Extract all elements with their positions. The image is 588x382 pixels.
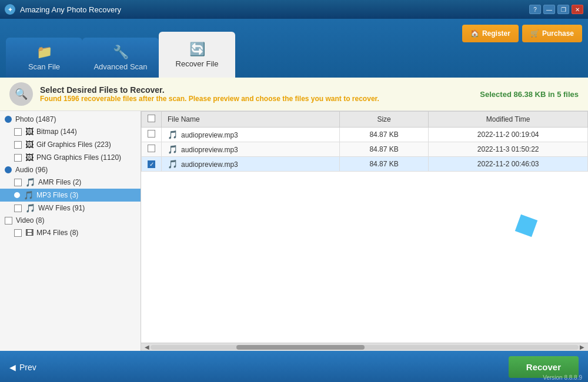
tree-label-mp4: MP4 Files (8) [36, 229, 78, 237]
mp3-icon: 🎵 [24, 190, 34, 200]
register-icon: 🏠 [470, 29, 479, 38]
table-row[interactable]: 🎵audiopreview.mp3 84.87 KB 2022-11-3 01:… [142, 142, 588, 157]
table-row[interactable]: 🎵audiopreview.mp3 84.87 KB 2022-11-2 00:… [142, 128, 588, 142]
tree-label-amr: AMR Files (2) [38, 178, 81, 186]
tree-item-gif[interactable]: 🖼 Gif Graphics Files (223) [0, 138, 141, 151]
horizontal-scrollbar[interactable]: ◀ ▶ [141, 343, 588, 351]
row2-checkbox[interactable] [148, 145, 155, 152]
scroll-right-arrow[interactable]: ▶ [579, 344, 586, 350]
tree-item-photo[interactable]: Photo (1487) [0, 113, 141, 125]
scroll-track[interactable] [151, 345, 579, 350]
tree-label-video: Video (8) [16, 216, 44, 224]
notif-subtitle: Found 1596 recoverable files after the s… [40, 95, 379, 103]
help-button[interactable]: ? [529, 5, 541, 14]
tree-dot-photo [5, 116, 12, 123]
row3-checkbox[interactable]: ✓ [148, 160, 155, 168]
tree-label-audio: Audio (96) [15, 166, 48, 174]
col-checkbox-header [142, 112, 162, 128]
row1-icon: 🎵 [168, 130, 178, 139]
window-controls: ? — ❐ ✕ [529, 5, 583, 14]
tree-label-wav: WAV Files (91) [38, 204, 85, 212]
table-row[interactable]: ✓ 🎵audiopreview.mp3 84.87 KB 2022-11-2 0… [142, 157, 588, 172]
wav-icon: 🎵 [25, 203, 35, 213]
footer: ◀ Prev Recover Version 8.8.8.9 [0, 351, 588, 382]
tree-label-gif: Gif Graphics Files (223) [36, 140, 111, 149]
restore-button[interactable]: ❐ [557, 5, 569, 14]
tree-checkbox-gif[interactable] [14, 141, 22, 149]
version-text: Version 8.8.8.9 [543, 374, 582, 381]
png-icon: 🖼 [25, 153, 34, 162]
tab-recover-file[interactable]: 🔄 Recover File [159, 32, 235, 78]
row1-checkbox[interactable] [148, 130, 155, 138]
tab-bar: 📁 Scan File 🔧 Advanced Scan 🔄 Recover Fi… [6, 32, 235, 78]
tree-dot-mp3 [14, 192, 20, 198]
tree-label-png: PNG Graphics Files (1120) [36, 153, 121, 162]
scan-file-icon: 📁 [36, 45, 52, 60]
recover-file-icon: 🔄 [189, 42, 205, 57]
prev-button[interactable]: ◀ Prev [9, 363, 36, 372]
tree-label-photo: Photo (1487) [15, 115, 56, 123]
amr-icon: 🎵 [25, 177, 35, 187]
header: 🏠 Register 🛒 Purchase 📁 Scan File 🔧 Adva… [0, 19, 588, 78]
tree-item-mp4[interactable]: 🎞 MP4 Files (8) [0, 226, 141, 239]
gif-icon: 🖼 [25, 140, 34, 149]
header-actions: 🏠 Register 🛒 Purchase [462, 25, 582, 42]
prev-arrow-icon: ◀ [9, 363, 16, 372]
main-content: Photo (1487) 🖼 Bitmap (144) 🖼 Gif Graphi… [0, 111, 588, 351]
tree-item-audio[interactable]: Audio (96) [0, 164, 141, 176]
advanced-scan-icon: 🔧 [113, 45, 129, 60]
mp4-icon: 🎞 [25, 228, 34, 237]
tree-label-mp3: MP3 Files (3) [36, 191, 78, 199]
tree-item-png[interactable]: 🖼 PNG Graphics Files (1120) [0, 151, 141, 164]
col-size-header: Size [339, 112, 428, 128]
row3-icon: 🎵 [168, 159, 178, 169]
selected-info: Selected 86.38 KB in 5 files [480, 90, 579, 99]
left-panel: Photo (1487) 🖼 Bitmap (144) 🖼 Gif Graphi… [0, 111, 141, 351]
scroll-thumb[interactable] [236, 345, 365, 350]
row2-icon: 🎵 [168, 145, 178, 154]
tab-advanced-scan[interactable]: 🔧 Advanced Scan [82, 38, 159, 78]
app-icon: ✦ [5, 4, 15, 15]
notif-icon: 🔍 [9, 82, 33, 106]
tree-checkbox-png[interactable] [14, 154, 22, 162]
cart-icon: 🛒 [530, 29, 539, 38]
app-title: Amazing Any Photo Recovery [20, 5, 529, 14]
bitmap-icon: 🖼 [25, 127, 34, 136]
close-button[interactable]: ✕ [572, 5, 583, 14]
col-modified-header: Modified Time [429, 112, 588, 128]
tree-item-mp3[interactable]: 🎵 MP3 Files (3) [0, 189, 141, 202]
tree-item-wav[interactable]: 🎵 WAV Files (91) [0, 202, 141, 215]
tree-checkbox-mp4[interactable] [14, 229, 22, 237]
notification-bar: 🔍 Select Desired Files to Recover. Found… [0, 78, 588, 111]
tree-checkbox-video[interactable] [5, 217, 12, 224]
title-bar: ✦ Amazing Any Photo Recovery ? — ❐ ✕ [0, 0, 588, 19]
tree-item-video[interactable]: Video (8) [0, 215, 141, 226]
register-button[interactable]: 🏠 Register [462, 25, 519, 42]
tree-checkbox-wav[interactable] [14, 205, 22, 212]
tree-item-amr[interactable]: 🎵 AMR Files (2) [0, 176, 141, 189]
tree-dot-audio [5, 166, 12, 173]
minimize-button[interactable]: — [543, 5, 555, 14]
tree-checkbox-bitmap[interactable] [14, 128, 22, 136]
tree-checkbox-amr[interactable] [14, 179, 22, 186]
file-table: File Name Size Modified Time 🎵audioprevi… [141, 111, 588, 172]
select-all-checkbox[interactable] [148, 115, 155, 122]
tree-item-bitmap[interactable]: 🖼 Bitmap (144) [0, 125, 141, 138]
scroll-left-arrow[interactable]: ◀ [143, 344, 151, 350]
purchase-button[interactable]: 🛒 Purchase [522, 25, 582, 42]
tab-scan-file[interactable]: 📁 Scan File [6, 38, 82, 78]
col-filename-header: File Name [162, 112, 340, 128]
tree-label-bitmap: Bitmap (144) [36, 128, 77, 136]
notif-title: Select Desired Files to Recover. [40, 85, 379, 95]
